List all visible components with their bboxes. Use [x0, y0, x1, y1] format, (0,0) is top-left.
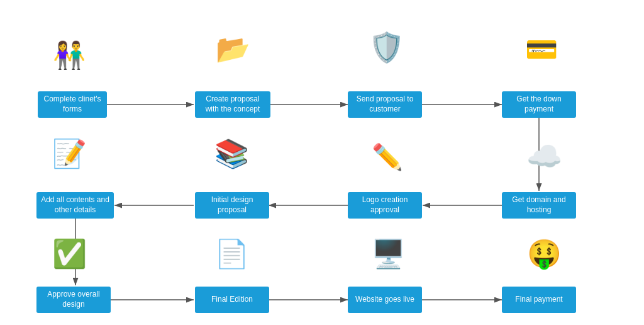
icon-pencil: ✏️ — [370, 137, 404, 176]
icon-monitor: 🖥️ — [368, 233, 409, 274]
node-send-proposal: Send proposal to customer — [348, 91, 422, 118]
node-create-proposal: Create proposal with the concept — [195, 91, 270, 118]
icon-card: 💳 — [522, 30, 561, 68]
node-down-payment: Get the down payment — [502, 91, 576, 118]
node-domain-hosting: Get domain and hosting — [502, 192, 576, 219]
icon-doc-edit: 📄 — [212, 233, 251, 274]
node-add-contents: Add all contents and other details — [36, 192, 114, 219]
node-complete-forms: Complete clinet's forms — [38, 91, 107, 118]
node-website-live: Website goes live — [348, 287, 422, 313]
icon-clipboard-edit: 📝 — [49, 132, 90, 175]
node-final-edition: Final Edition — [195, 287, 269, 313]
node-logo-creation: Logo creation approval — [348, 192, 422, 219]
icon-books: 📚 — [212, 132, 251, 175]
icon-shield: 🛡️ — [367, 26, 406, 67]
node-initial-design: Initial design proposal — [195, 192, 269, 219]
icon-money: 🤑 — [524, 233, 565, 274]
icon-cloud: ☁️ — [521, 135, 568, 176]
icon-people: 👫 — [50, 38, 88, 72]
icon-clipboard-check: ✅ — [49, 233, 90, 274]
icon-folder: 📂 — [214, 30, 252, 68]
node-approve-design: Approve overall design — [36, 287, 111, 313]
diagram: 👫 📂 🛡️ 💳 ☁️ ✏️ 📚 📝 ✅ 📄 🖥️ 🤑 Complete cli… — [0, 0, 644, 325]
node-final-payment: Final payment — [502, 287, 576, 313]
